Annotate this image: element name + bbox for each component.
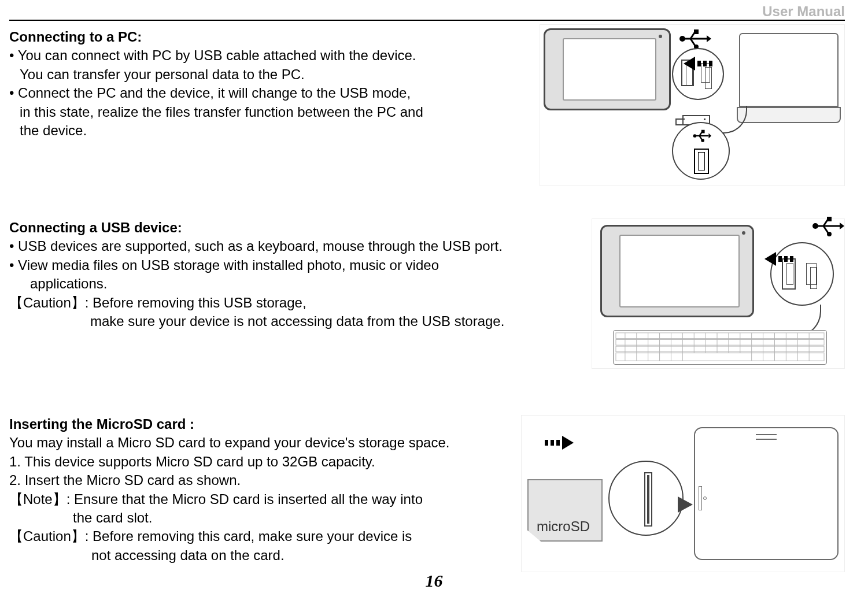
callout-port xyxy=(770,242,834,306)
figure-microsd: microSD xyxy=(521,415,845,572)
svg-marker-7 xyxy=(708,133,711,138)
svg-marker-12 xyxy=(840,223,844,229)
page-number: 16 xyxy=(426,571,443,591)
microsd-card: microSD xyxy=(527,479,603,542)
arrow-icon xyxy=(759,253,793,265)
usb-icon xyxy=(679,27,711,50)
body-text: : Ensure that the Micro SD card is inser… xyxy=(67,491,423,507)
arrow-icon xyxy=(678,57,712,70)
svg-point-9 xyxy=(701,139,704,142)
header-rule xyxy=(9,20,845,21)
microsd-label: microSD xyxy=(537,518,590,535)
svg-rect-3 xyxy=(694,29,699,34)
svg-marker-2 xyxy=(707,35,711,42)
callout-port xyxy=(672,48,724,100)
callout-sd-slot xyxy=(608,461,684,536)
callout-usb-port xyxy=(672,122,730,180)
svg-rect-13 xyxy=(827,217,832,221)
svg-rect-16 xyxy=(616,339,824,345)
section-connect-pc: Connecting to a PC: • You can connect wi… xyxy=(9,28,845,195)
svg-point-14 xyxy=(827,232,832,236)
content: Connecting to a PC: • You can connect wi… xyxy=(9,28,845,570)
usb-icon xyxy=(812,214,844,238)
header-label: User Manual xyxy=(762,3,845,20)
device-side-view xyxy=(694,427,839,560)
section-title: Connecting to a PC: xyxy=(9,29,142,45)
arrow-icon xyxy=(545,436,579,449)
figure-connect-pc xyxy=(540,24,845,186)
svg-rect-17 xyxy=(616,346,824,352)
caution-label: 【Caution】 xyxy=(9,528,85,544)
body-text: : Before removing this card, make sure y… xyxy=(85,528,412,544)
section-title: Connecting a USB device: xyxy=(9,220,182,235)
keyboard-illustration xyxy=(613,330,827,365)
svg-rect-8 xyxy=(701,130,705,134)
section-title: Inserting the MicroSD card : xyxy=(9,416,194,432)
section-microsd: Inserting the MicroSD card : You may ins… xyxy=(9,415,845,583)
section-connect-usb: Connecting a USB device: • USB devices a… xyxy=(9,218,845,392)
svg-rect-18 xyxy=(616,353,824,361)
figure-connect-usb xyxy=(592,218,845,369)
note-label: 【Note】 xyxy=(9,491,67,507)
caution-label: 【Caution】 xyxy=(9,295,85,310)
svg-rect-15 xyxy=(616,333,824,339)
body-text: : Before removing this USB storage, xyxy=(85,295,306,310)
